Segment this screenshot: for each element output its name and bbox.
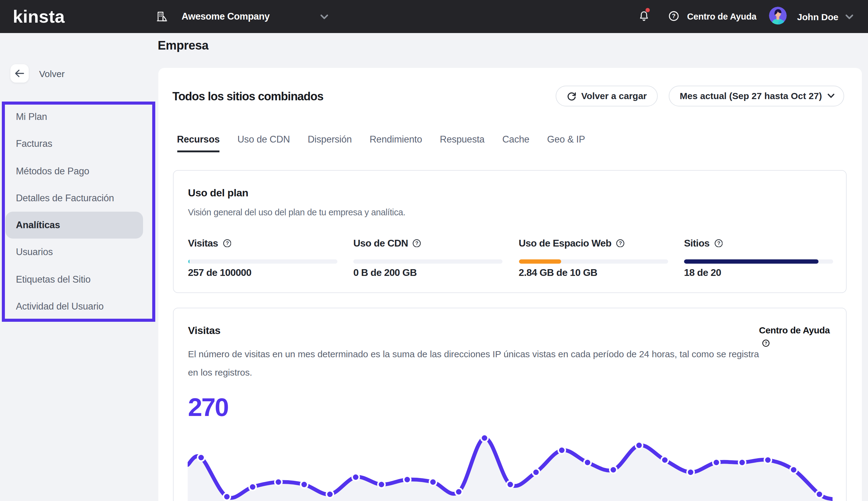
metric-label-text: Sitios xyxy=(684,236,710,250)
chart-marker[interactable] xyxy=(790,466,798,474)
sidebar-item-label: Etiquetas del Sitio xyxy=(16,274,90,285)
sidebar-menu: Mi PlanFacturasMétodos de PagoDetalles d… xyxy=(0,102,158,320)
chart-marker[interactable] xyxy=(377,480,386,489)
chart-marker[interactable] xyxy=(326,490,334,499)
sidebar-item-label: Métodos de Pago xyxy=(16,166,89,177)
sidebar-item-anal-ticas[interactable]: Analíticas xyxy=(0,212,158,239)
svg-text:?: ? xyxy=(672,12,676,19)
svg-text:?: ? xyxy=(717,241,720,246)
sidebar-item-label: Analíticas xyxy=(16,220,60,231)
back-button[interactable] xyxy=(10,64,29,83)
visits-line-chart[interactable] xyxy=(188,392,833,501)
sidebar-item-facturas[interactable]: Facturas xyxy=(0,131,158,158)
sidebar-item-m-todos-de-pago[interactable]: Métodos de Pago xyxy=(0,158,158,185)
topbar: kinsta Awesome Company ? Centro de Ayuda… xyxy=(0,0,868,33)
metric-label-text: Uso de CDN xyxy=(353,236,408,250)
svg-text:?: ? xyxy=(226,241,229,246)
metric-help-icon[interactable]: ? xyxy=(223,239,231,247)
tab-dispersi-n[interactable]: Dispersión xyxy=(308,134,352,152)
visits-description: El número de visitas en un mes determina… xyxy=(188,345,765,382)
chart-marker[interactable] xyxy=(249,483,257,491)
metric-value: 257 de 100000 xyxy=(188,265,252,280)
chart-marker[interactable] xyxy=(558,446,566,455)
metric-label: Uso de Espacio Web? xyxy=(519,236,624,250)
chart-marker[interactable] xyxy=(609,466,618,474)
sidebar-item-label: Usuarios xyxy=(16,247,53,258)
chart-area-fill xyxy=(188,438,833,501)
avatar[interactable] xyxy=(769,7,787,24)
chart-marker[interactable] xyxy=(815,490,824,499)
metric-progress-track xyxy=(684,259,833,264)
company-analytics-panel: Todos los sitios combinados Volver a car… xyxy=(158,68,862,501)
chart-marker[interactable] xyxy=(222,492,231,501)
svg-text:?: ? xyxy=(619,241,622,246)
metric-help-icon[interactable]: ? xyxy=(413,239,421,247)
tab-geo-ip[interactable]: Geo & IP xyxy=(547,134,585,152)
chart-marker[interactable] xyxy=(480,434,489,442)
chart-marker[interactable] xyxy=(351,473,360,481)
metric-uso-de-cdn: Uso de CDN?0 B de 200 GB xyxy=(353,170,503,293)
chart-marker[interactable] xyxy=(532,468,540,477)
tab-uso-de-cdn[interactable]: Uso de CDN xyxy=(238,134,290,152)
plan-usage-card: Uso del plan Visión general del uso del … xyxy=(173,170,847,293)
sidebar-item-etiquetas-del-sitio[interactable]: Etiquetas del Sitio xyxy=(0,266,158,293)
svg-text:?: ? xyxy=(765,341,767,345)
user-menu[interactable]: John Doe xyxy=(797,0,838,33)
company-chevron-down-icon[interactable] xyxy=(319,12,329,22)
analytics-tabs: RecursosUso de CDNDispersiónRendimientoR… xyxy=(177,134,585,152)
metric-progress-track xyxy=(188,259,337,264)
sidebar-item-mi-plan[interactable]: Mi Plan xyxy=(0,103,158,131)
metric-value: 2.84 GB de 10 GB xyxy=(519,265,597,280)
arrow-left-icon xyxy=(15,69,24,78)
chart-marker[interactable] xyxy=(686,468,695,477)
company-building-icon xyxy=(156,11,167,22)
metric-help-icon[interactable]: ? xyxy=(715,239,723,247)
chart-marker[interactable] xyxy=(300,480,308,489)
chart-marker[interactable] xyxy=(712,458,721,467)
metric-progress-fill xyxy=(188,259,189,264)
metric-uso-de-espacio-web: Uso de Espacio Web?2.84 GB de 10 GB xyxy=(519,170,668,293)
tab-recursos[interactable]: Recursos xyxy=(177,134,220,152)
tab-rendimiento[interactable]: Rendimiento xyxy=(370,134,422,152)
back-label[interactable]: Volver xyxy=(39,64,65,83)
company-switcher[interactable]: Awesome Company xyxy=(182,0,270,33)
metric-help-icon[interactable]: ? xyxy=(616,239,624,247)
sidebar-item-detalles-de-facturaci-n[interactable]: Detalles de Facturación xyxy=(0,185,158,212)
metric-visitas: Visitas?257 de 100000 xyxy=(188,170,337,293)
chart-marker[interactable] xyxy=(454,488,463,496)
chart-marker[interactable] xyxy=(403,475,411,484)
chart-marker[interactable] xyxy=(660,456,669,464)
visits-card: Visitas Centro de Ayuda ? El número de v… xyxy=(173,308,847,501)
chart-marker[interactable] xyxy=(506,480,515,489)
metric-label: Sitios? xyxy=(684,236,723,250)
sidebar-item-label: Detalles de Facturación xyxy=(16,193,114,204)
refresh-icon xyxy=(567,91,576,101)
help-question-icon[interactable]: ? xyxy=(669,11,679,21)
panel-title: Todos los sitios combinados xyxy=(172,87,323,106)
chart-marker[interactable] xyxy=(763,456,772,464)
sidebar-item-usuarios[interactable]: Usuarios xyxy=(0,239,158,266)
visits-title: Visitas xyxy=(188,323,220,339)
metric-label-text: Uso de Espacio Web xyxy=(519,236,611,250)
user-chevron-down-icon[interactable] xyxy=(844,12,855,22)
reload-button[interactable]: Volver a cargar xyxy=(556,85,658,106)
chart-marker[interactable] xyxy=(197,453,205,462)
chart-marker[interactable] xyxy=(274,478,283,486)
page-title: Empresa xyxy=(158,36,208,54)
tab-cache[interactable]: Cache xyxy=(502,134,529,152)
chart-marker[interactable] xyxy=(583,458,592,467)
sidebar-item-label: Facturas xyxy=(16,139,52,150)
tab-respuesta[interactable]: Respuesta xyxy=(440,134,484,152)
metric-progress-track xyxy=(353,259,503,264)
metric-sitios: Sitios?18 de 20 xyxy=(684,170,833,293)
chart-marker[interactable] xyxy=(429,478,437,486)
period-select[interactable]: Mes actual (Sep 27 hasta Oct 27) xyxy=(669,85,844,106)
kinsta-logo[interactable]: kinsta xyxy=(13,0,65,33)
visits-help-center[interactable]: Centro de Ayuda ? xyxy=(759,324,830,347)
chart-marker[interactable] xyxy=(738,458,746,467)
sidebar-item-label: Actividad del Usuario xyxy=(16,301,103,312)
sidebar-item-actividad-del-usuario[interactable]: Actividad del Usuario xyxy=(0,293,158,320)
sidebar-item-label: Mi Plan xyxy=(16,111,47,122)
help-center-link[interactable]: Centro de Ayuda xyxy=(687,0,756,33)
chart-marker[interactable] xyxy=(635,441,644,450)
